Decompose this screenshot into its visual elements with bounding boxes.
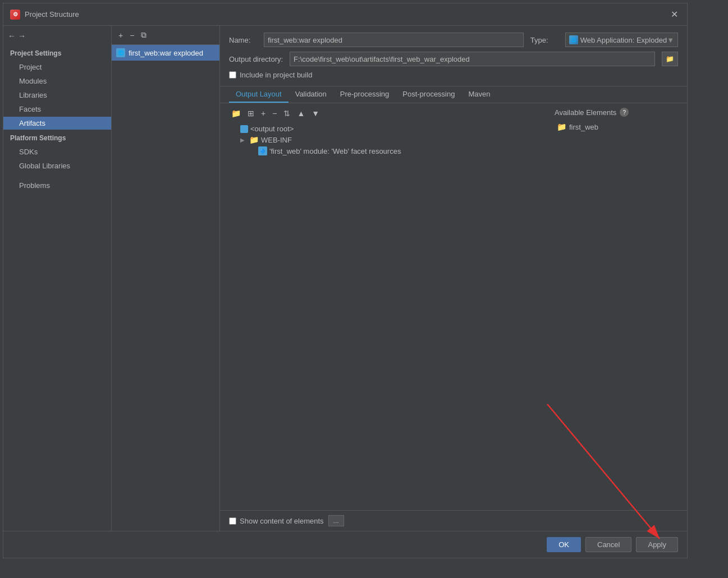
artifact-label: first_web:war exploded (129, 49, 203, 57)
output-dir-input[interactable] (290, 52, 655, 66)
folder-icon: 📁 (249, 135, 259, 144)
available-elements-panel: Available Elements ? 📁 first_web (555, 108, 678, 506)
type-icon: 🌐 (569, 35, 578, 44)
project-structure-dialog: ⚙ Project Structure ✕ ← → Project Settin… (3, 3, 688, 558)
tree-remove-button[interactable]: − (270, 108, 279, 119)
include-in-build-checkbox[interactable] (229, 71, 236, 79)
dialog-title: Project Structure (25, 10, 79, 19)
show-content-checkbox[interactable] (229, 517, 236, 525)
available-item-first-web[interactable]: 📁 first_web (555, 121, 678, 132)
output-tree: 📁 ⊞ + − ⇅ ▲ ▼ <output root> (229, 108, 546, 506)
tree-stack-button[interactable]: ⊞ (245, 108, 257, 119)
sidebar-item-libraries[interactable]: Libraries (3, 89, 111, 102)
artifact-item[interactable]: 🌐 first_web:war exploded (112, 45, 219, 61)
close-button[interactable]: ✕ (669, 8, 680, 21)
right-panel: Name: Type: 🌐 Web Application: Exploded … (220, 26, 687, 531)
tree-item-webinf[interactable]: ▶ 📁 WEB-INF (229, 134, 546, 145)
tab-post-processing[interactable]: Post-processing (396, 86, 461, 103)
show-content-label[interactable]: Show content of elements (240, 517, 324, 525)
artifact-toolbar: + − ⧉ (112, 26, 219, 45)
content-area: 📁 ⊞ + − ⇅ ▲ ▼ <output root> (220, 103, 687, 510)
include-in-build-label[interactable]: Include in project build (240, 71, 312, 79)
tab-output-layout[interactable]: Output Layout (229, 86, 289, 103)
project-settings-header: Project Settings (3, 46, 111, 59)
tree-up-button[interactable]: ▲ (295, 108, 307, 119)
type-select[interactable]: 🌐 Web Application: Exploded ▼ (565, 33, 678, 47)
name-input[interactable] (264, 33, 524, 47)
dir-browse-button[interactable]: 📁 (662, 52, 678, 66)
output-root-label: <output root> (250, 125, 294, 133)
forward-button[interactable]: → (18, 31, 26, 40)
tab-validation[interactable]: Validation (289, 86, 333, 103)
tab-maven[interactable]: Maven (461, 86, 497, 103)
tabs-bar: Output Layout Validation Pre-processing … (220, 86, 687, 103)
chevron-expand-icon: ▶ (240, 137, 247, 143)
more-button[interactable]: ... (328, 515, 344, 526)
sidebar-item-modules[interactable]: Modules (3, 75, 111, 88)
tree-sort-button[interactable]: ⇅ (281, 108, 292, 119)
sidebar-item-sdks[interactable]: SDKs (3, 145, 111, 158)
dialog-footer: OK Cancel Apply (3, 531, 687, 558)
sidebar-item-facets[interactable]: Facets (3, 103, 111, 116)
output-root-icon (240, 125, 248, 133)
back-button[interactable]: ← (8, 31, 16, 40)
available-item-label: first_web (569, 123, 598, 131)
show-content-row: Show content of elements (229, 517, 324, 525)
apply-button[interactable]: Apply (636, 537, 678, 552)
tree-down-button[interactable]: ▼ (309, 108, 322, 119)
module-icon: 🔷 (258, 146, 267, 155)
ok-button[interactable]: OK (547, 537, 581, 552)
tree-folder-button[interactable]: 📁 (229, 108, 243, 119)
sidebar-item-global-libraries[interactable]: Global Libraries (3, 159, 111, 172)
tree-item-module-resources[interactable]: 🔷 'first_web' module: 'Web' facet resour… (229, 145, 546, 157)
title-bar: ⚙ Project Structure ✕ (3, 3, 687, 26)
sidebar-item-project[interactable]: Project (3, 61, 111, 74)
type-label: Type: (530, 36, 558, 44)
help-icon[interactable]: ? (620, 108, 629, 117)
available-folder-icon: 📁 (557, 122, 566, 131)
add-artifact-button[interactable]: + (116, 30, 125, 41)
center-body: + − ⧉ 🌐 first_web:war exploded Name: Typ… (112, 26, 687, 531)
available-elements-header: Available Elements ? (555, 108, 678, 117)
tree-add-button[interactable]: + (259, 108, 268, 119)
platform-settings-header: Platform Settings (3, 131, 111, 144)
footer-area: Show content of elements ... (220, 510, 687, 531)
output-dir-row: Output directory: 📁 (229, 52, 678, 66)
cancel-button[interactable]: Cancel (585, 537, 631, 552)
name-row: Name: Type: 🌐 Web Application: Exploded … (229, 33, 678, 47)
tree-toolbar: 📁 ⊞ + − ⇅ ▲ ▼ (229, 108, 546, 119)
output-dir-label: Output directory: (229, 55, 283, 63)
tree-item-output-root[interactable]: <output root> (229, 123, 546, 134)
module-resources-label: 'first_web' module: 'Web' facet resource… (269, 147, 401, 155)
app-icon: ⚙ (10, 10, 20, 20)
type-value: Web Application: Exploded (580, 36, 667, 44)
name-label: Name: (229, 36, 257, 44)
remove-artifact-button[interactable]: − (127, 30, 136, 41)
tab-pre-processing[interactable]: Pre-processing (333, 86, 396, 103)
sidebar-item-artifacts[interactable]: Artifacts (3, 117, 111, 130)
webinf-label: WEB-INF (261, 136, 292, 144)
artifact-icon: 🌐 (116, 48, 125, 57)
artifact-list-panel: + − ⧉ 🌐 first_web:war exploded (112, 26, 220, 531)
copy-artifact-button[interactable]: ⧉ (139, 29, 149, 41)
include-in-build-row: Include in project build (229, 71, 678, 79)
nav-arrows: ← → (3, 31, 111, 45)
properties-area: Name: Type: 🌐 Web Application: Exploded … (220, 26, 687, 86)
dialog-body: ← → Project Settings Project Modules Lib… (3, 26, 687, 531)
type-dropdown-icon: ▼ (667, 36, 674, 44)
title-bar-left: ⚙ Project Structure (10, 10, 79, 20)
available-elements-title: Available Elements (555, 108, 616, 117)
sidebar-item-problems[interactable]: Problems (3, 179, 111, 192)
sidebar: ← → Project Settings Project Modules Lib… (3, 26, 112, 531)
